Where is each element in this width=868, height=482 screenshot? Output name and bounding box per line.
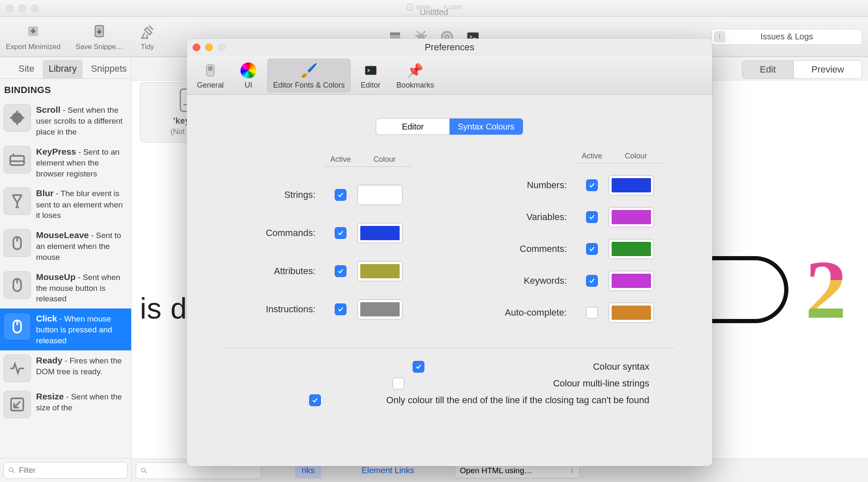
- option-colour-syntax-checkbox[interactable]: [413, 361, 424, 373]
- broom-icon: [138, 23, 157, 41]
- tab-preview[interactable]: Preview: [794, 61, 862, 78]
- bottom-search-input[interactable]: [151, 466, 257, 475]
- row-attributes-label: Attributes:: [236, 266, 324, 277]
- sidebar: Site Library Snippets BINDINGS Scroll - …: [0, 57, 132, 482]
- scroll-icon: [3, 104, 31, 132]
- sidebar-item-click[interactable]: Click - When mouse button is pressed and…: [0, 308, 131, 350]
- alert-badge-icon: !: [714, 31, 725, 42]
- export-minimized-button[interactable]: Export Minimized: [6, 23, 60, 51]
- svg-point-9: [12, 112, 23, 123]
- pin-icon: 📌: [406, 62, 424, 79]
- save-snippet-button[interactable]: Save Snippe…: [75, 23, 123, 51]
- row-autocomplete-checkbox[interactable]: [586, 307, 598, 319]
- preferences-window: Preferences General UI 🖌️ Editor Fonts &…: [187, 39, 712, 466]
- prefs-tab-fonts-colors[interactable]: 🖌️ Editor Fonts & Colors: [267, 59, 351, 92]
- prefs-body: Editor Syntax Colours Active Colour Stri…: [187, 95, 712, 466]
- row-commands-checkbox[interactable]: [335, 227, 346, 239]
- row-comments-checkbox[interactable]: [586, 243, 598, 255]
- row-comments-label: Comments:: [487, 244, 575, 254]
- prefs-zoom-icon[interactable]: [218, 44, 225, 51]
- tidy-button[interactable]: Tidy: [138, 23, 157, 51]
- main-close-icon[interactable]: [6, 5, 13, 12]
- logo-two: 2: [805, 241, 843, 337]
- prefs-tab-general[interactable]: General: [191, 59, 230, 92]
- mouse-icon: [3, 229, 31, 257]
- prefs-traffic-lights[interactable]: [193, 44, 225, 51]
- main-zoom-icon[interactable]: [31, 5, 39, 12]
- prefs-close-icon[interactable]: [193, 44, 200, 51]
- row-keywords-swatch[interactable]: [609, 271, 654, 291]
- sidebar-tab-library[interactable]: Library: [43, 60, 83, 78]
- col-header-active: Active: [324, 155, 357, 167]
- prefs-segmented-control[interactable]: Editor Syntax Colours: [376, 118, 523, 135]
- filter-input[interactable]: [19, 466, 123, 475]
- prefs-tab-bookmarks[interactable]: 📌 Bookmarks: [390, 59, 440, 92]
- sidebar-item-mouseleave[interactable]: MouseLeave - Sent to an element when the…: [0, 225, 131, 267]
- row-attributes-swatch[interactable]: [357, 261, 403, 281]
- sidebar-item-resize[interactable]: Resize - Sent when the size of the: [0, 386, 131, 422]
- main-window-title: Untitled: [420, 8, 448, 17]
- sidebar-tab-site[interactable]: Site: [13, 60, 40, 78]
- row-variables-swatch[interactable]: [609, 207, 654, 227]
- export-icon: [24, 23, 42, 41]
- row-instructions-checkbox[interactable]: [335, 303, 346, 315]
- sidebar-tabs: Site Library Snippets: [0, 57, 131, 79]
- row-commands-swatch[interactable]: [357, 223, 403, 243]
- option-multi-line-checkbox[interactable]: [393, 378, 404, 389]
- row-comments-swatch[interactable]: [609, 239, 654, 259]
- row-strings-swatch[interactable]: [357, 185, 403, 205]
- issues-logs-button[interactable]: ! Issues & Logs: [711, 29, 862, 45]
- option-multi-line[interactable]: Colour multi-line strings: [250, 378, 649, 389]
- seg-syntax-colours[interactable]: Syntax Colours: [450, 119, 523, 135]
- svg-point-7: [445, 35, 449, 39]
- colour-column-left: Active Colour Strings: Commands: Attribu…: [236, 152, 412, 323]
- tab-edit[interactable]: Edit: [742, 61, 794, 78]
- row-strings-label: Strings:: [236, 189, 324, 200]
- svg-point-16: [142, 468, 145, 472]
- sidebar-item-keypress[interactable]: KeyPress - Sent to an element when the b…: [0, 142, 131, 184]
- sidebar-filter[interactable]: [3, 462, 128, 479]
- main-minimize-icon[interactable]: [18, 5, 26, 12]
- row-numbers-swatch[interactable]: [609, 175, 654, 195]
- resize-icon: [3, 391, 31, 418]
- prefs-title: Preferences: [425, 42, 475, 53]
- row-autocomplete-swatch[interactable]: [609, 303, 654, 323]
- prefs-tab-editor[interactable]: Editor: [355, 59, 386, 92]
- prefs-minimize-icon[interactable]: [205, 44, 213, 51]
- row-numbers-label: Numbers:: [487, 180, 575, 191]
- colour-column-right: Active Colour Numbers: Variables: Commen…: [487, 152, 663, 323]
- blur-icon: [3, 187, 31, 215]
- col-header-active: Active: [575, 152, 609, 163]
- prefs-toolbar: General UI 🖌️ Editor Fonts & Colors Edit…: [187, 56, 712, 95]
- row-strings-checkbox[interactable]: [335, 189, 346, 201]
- option-colour-syntax[interactable]: Colour syntax: [250, 361, 649, 373]
- search-icon: [8, 466, 16, 474]
- row-instructions-swatch[interactable]: [357, 299, 403, 319]
- edit-preview-toggle[interactable]: Edit Preview: [742, 60, 862, 79]
- divider: [225, 348, 674, 348]
- sidebar-list[interactable]: Scroll - Sent when the user scrolls to a…: [0, 100, 131, 458]
- row-attributes-checkbox[interactable]: [335, 265, 346, 277]
- main-titlebar: www.___n.com Untitled: [0, 0, 868, 17]
- sidebar-item-mouseup[interactable]: MouseUp - Sent when the mouse button is …: [0, 267, 131, 309]
- sidebar-group-title: BINDINGS: [0, 79, 131, 100]
- switch-icon: [202, 62, 219, 79]
- color-wheel-icon: [240, 62, 257, 79]
- row-numbers-checkbox[interactable]: [586, 179, 598, 191]
- seg-editor[interactable]: Editor: [376, 119, 450, 135]
- sidebar-tab-snippets[interactable]: Snippets: [85, 60, 133, 78]
- row-keywords-checkbox[interactable]: [586, 275, 598, 287]
- row-instructions-label: Instructions:: [236, 304, 324, 315]
- option-till-end[interactable]: Only colour till the end of the line if …: [250, 394, 649, 406]
- svg-rect-18: [209, 67, 212, 70]
- main-traffic-lights[interactable]: [6, 5, 39, 12]
- options-group: Colour syntax Colour multi-line strings …: [199, 361, 700, 406]
- prefs-tab-ui[interactable]: UI: [234, 59, 263, 92]
- option-till-end-checkbox[interactable]: [309, 394, 321, 406]
- sidebar-item-scroll[interactable]: Scroll - Sent when the user scrolls to a…: [0, 100, 131, 142]
- row-variables-checkbox[interactable]: [586, 211, 598, 223]
- clipboard-icon: [90, 23, 108, 41]
- row-autocomplete-label: Auto-complete:: [487, 307, 575, 318]
- sidebar-item-blur[interactable]: Blur - The blur event is sent to an elem…: [0, 183, 131, 225]
- sidebar-item-ready[interactable]: Ready - Fires when the DOM tree is ready…: [0, 350, 131, 386]
